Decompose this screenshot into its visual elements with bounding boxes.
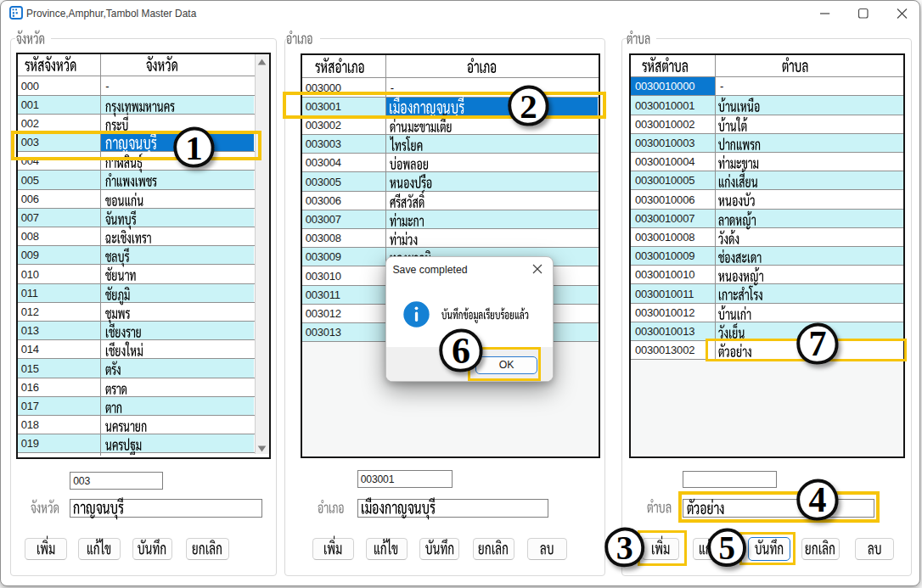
svg-text:5: 5 bbox=[719, 529, 736, 566]
svg-text:1: 1 bbox=[185, 128, 203, 167]
svg-text:4: 4 bbox=[809, 480, 827, 519]
svg-text:3: 3 bbox=[616, 529, 633, 567]
svg-text:6: 6 bbox=[452, 330, 470, 372]
svg-text:7: 7 bbox=[809, 324, 827, 363]
svg-text:2: 2 bbox=[520, 86, 537, 125]
